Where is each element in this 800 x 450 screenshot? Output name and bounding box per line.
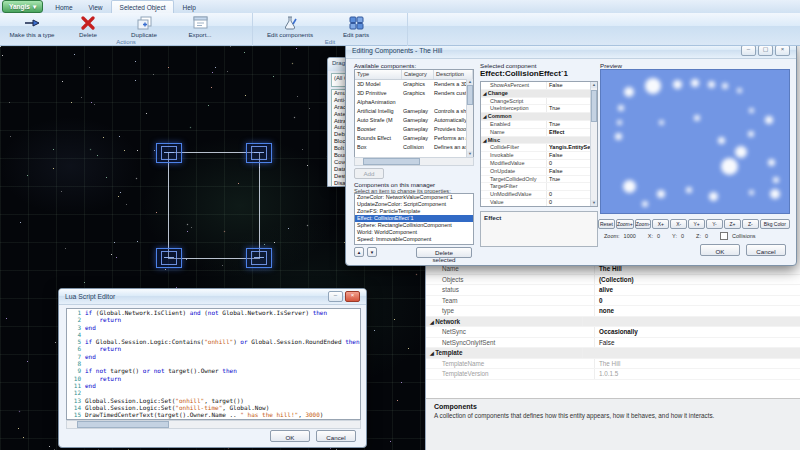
component-table-row[interactable]: 3D Primitive Graphics Renders custom 3D: [355, 89, 473, 98]
export-button[interactable]: Export...: [172, 14, 228, 38]
property-row[interactable]: TemplateVersion 1.0.1.5: [426, 369, 800, 380]
table-vertical-scrollbar[interactable]: ▲ ▼: [466, 79, 473, 157]
table-horizontal-scrollbar[interactable]: [354, 157, 474, 166]
preview-control-button[interactable]: Z-: [742, 219, 759, 229]
component-table-row[interactable]: 3D Model Graphics Renders a 3D mode: [355, 80, 473, 89]
property-row[interactable]: Team 0: [426, 296, 800, 307]
duplicate-button[interactable]: Duplicate: [116, 14, 172, 38]
component-property-row[interactable]: Name Effect: [481, 129, 597, 137]
component-property-row[interactable]: ChangeScript: [481, 98, 597, 106]
selection-box[interactable]: [168, 152, 260, 259]
grid-vertical-scrollbar[interactable]: ▲ ▼: [590, 82, 597, 206]
code-line[interactable]: 6 return: [67, 345, 360, 352]
preview-control-button[interactable]: Reset: [598, 219, 615, 229]
column-description[interactable]: Description: [434, 70, 473, 79]
code-line[interactable]: 11end: [67, 382, 360, 389]
property-value[interactable]: Occasionally: [595, 327, 800, 337]
manager-component-item[interactable]: ZoneFS: ParticleTemplate: [355, 208, 473, 215]
cancel-button[interactable]: Cancel: [316, 430, 356, 442]
ok-button[interactable]: OK: [700, 244, 740, 256]
code-line[interactable]: 3end: [67, 324, 360, 331]
code-horizontal-scrollbar[interactable]: [66, 420, 361, 429]
component-property-row[interactable]: TargetCollidedOnly True: [481, 176, 597, 184]
code-line[interactable]: 9if not target() or not target().Owner t…: [67, 367, 360, 374]
property-value[interactable]: none: [595, 306, 800, 316]
minimize-button[interactable]: –: [741, 45, 756, 56]
code-line[interactable]: 2 return: [67, 316, 360, 323]
selection-handle-bottom-left[interactable]: [156, 248, 182, 268]
code-line[interactable]: 4: [67, 331, 360, 338]
code-line[interactable]: 8: [67, 360, 360, 367]
selection-handle-top-right[interactable]: [246, 143, 272, 163]
ribbon-tab[interactable]: View: [81, 1, 111, 13]
component-table-row[interactable]: Artificial Intellig Gameplay Controls a …: [355, 107, 473, 116]
ribbon-tab[interactable]: Help: [174, 1, 203, 13]
property-row[interactable]: Template: [426, 348, 800, 359]
close-button[interactable]: ×: [345, 291, 360, 302]
selection-handle-bottom-right[interactable]: [246, 248, 272, 268]
component-property-row[interactable]: TargetFilter: [481, 183, 597, 191]
property-value[interactable]: [583, 317, 800, 327]
app-menu-button[interactable]: Yangis ▾: [2, 0, 43, 13]
component-table-row[interactable]: Bounds Effect Gameplay Performs an actio…: [355, 134, 473, 143]
component-table-row[interactable]: AlphaAnimation: [355, 98, 473, 107]
preview-control-button[interactable]: Zoom+: [616, 219, 634, 229]
edit-parts-button[interactable]: Edit parts: [323, 14, 389, 38]
preview-control-button[interactable]: Y+: [688, 219, 705, 229]
preview-control-button[interactable]: X-: [670, 219, 687, 229]
manager-component-item[interactable]: World: WorldComponent: [355, 229, 473, 236]
component-property-row[interactable]: Misc: [481, 137, 597, 145]
edit-components-button[interactable]: Edit components: [257, 14, 323, 38]
code-line[interactable]: 15DrawTimedCenterText(target().Owner.Nam…: [67, 411, 360, 418]
ribbon-tab[interactable]: Selected Object: [111, 0, 175, 13]
component-property-row[interactable]: ShowAsPercent False: [481, 82, 597, 90]
code-line[interactable]: 1if (Global.Network.IsClient) and (not G…: [67, 309, 360, 316]
scroll-down-arrow[interactable]: ▼: [591, 200, 597, 206]
ok-button[interactable]: OK: [270, 430, 310, 442]
maximize-button[interactable]: ▢: [758, 45, 773, 56]
manager-component-item[interactable]: Speed: ImmovableComponent: [355, 236, 473, 243]
component-property-value[interactable]: [539, 90, 597, 97]
preview-control-button[interactable]: Z+: [724, 219, 741, 229]
component-property-row[interactable]: Invokable False: [481, 152, 597, 160]
column-type[interactable]: Type: [355, 70, 402, 79]
component-property-row[interactable]: ModifiedValue 0: [481, 160, 597, 168]
property-row[interactable]: type none: [426, 306, 800, 317]
property-row[interactable]: Network: [426, 317, 800, 328]
property-row[interactable]: TemplateName The Hill: [426, 359, 800, 370]
component-property-row[interactable]: CollideFilter Yangis.EntitySelect: [481, 144, 597, 152]
component-property-row[interactable]: Common: [481, 113, 597, 121]
code-line[interactable]: 13Global.Session.Logic:Set("onhill", tar…: [67, 397, 360, 404]
component-property-row[interactable]: Change: [481, 90, 597, 98]
code-line[interactable]: 7end: [67, 353, 360, 360]
code-line[interactable]: 10 return: [67, 375, 360, 382]
code-line[interactable]: 5if Global.Session.Logic:Contains("onhil…: [67, 338, 360, 345]
scroll-up-arrow[interactable]: ▲: [591, 82, 597, 88]
code-line[interactable]: 14Global.Session.Logic:Set("onhill-time"…: [67, 404, 360, 411]
preview-control-button[interactable]: X+: [652, 219, 669, 229]
delete-selected-button[interactable]: Delete selected: [416, 247, 472, 258]
lua-editor-titlebar[interactable]: Lua Script Editor – ×: [59, 289, 366, 305]
minimize-button[interactable]: –: [328, 291, 343, 302]
move-up-button[interactable]: ▲: [354, 247, 364, 257]
collisions-checkbox[interactable]: [720, 232, 728, 240]
property-row[interactable]: Objects (Collection): [426, 275, 800, 286]
component-table-row[interactable]: Booster Gameplay Provides boost capa: [355, 125, 473, 134]
property-value[interactable]: [583, 348, 800, 358]
component-table-row[interactable]: Box Collision Defines an axis-alig: [355, 143, 473, 152]
code-line[interactable]: 12: [67, 389, 360, 396]
column-category[interactable]: Category: [402, 70, 434, 79]
manager-component-item[interactable]: Effect: CollisionEffect`1: [355, 215, 473, 222]
cancel-button[interactable]: Cancel: [746, 244, 786, 256]
table-header[interactable]: Type Category Description: [355, 70, 473, 80]
manager-component-item[interactable]: ZoneColor: NetworkValueComponent`1: [355, 194, 473, 201]
property-value[interactable]: (Collection): [595, 275, 800, 285]
ribbon-tab[interactable]: Home: [47, 1, 80, 13]
property-value[interactable]: alive: [595, 285, 800, 295]
component-property-row[interactable]: UseInterception True: [481, 105, 597, 113]
manager-component-item[interactable]: Sphere: RectangleCollisionComponent: [355, 222, 473, 229]
component-property-row[interactable]: OnUpdate False: [481, 168, 597, 176]
component-property-value[interactable]: [539, 137, 597, 144]
preview-control-button[interactable]: Bkg Color: [760, 219, 790, 229]
make-this-a-type-button[interactable]: Make this a type: [4, 14, 60, 38]
